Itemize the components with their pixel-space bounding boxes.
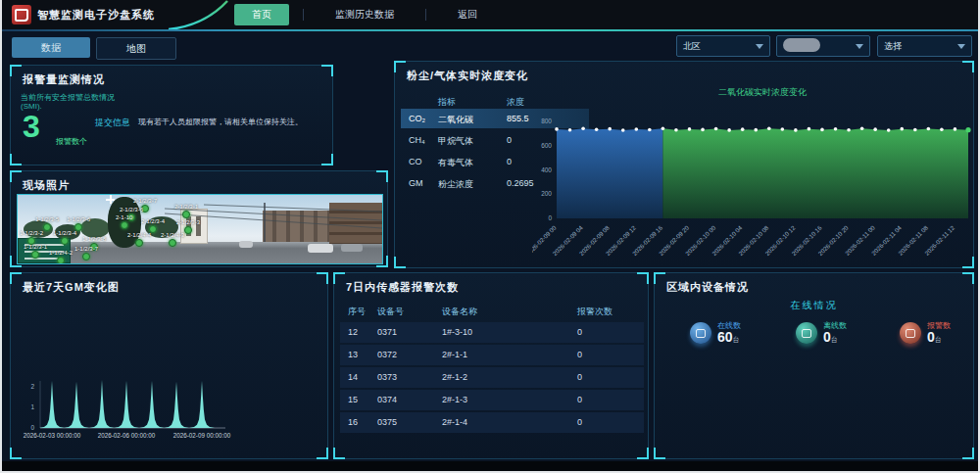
alarm-cell: 0	[577, 395, 582, 404]
tab-back[interactable]: 返回	[440, 4, 495, 25]
gas-cell: 二氧化碳	[438, 114, 473, 126]
alarm-table-row[interactable]: 1403732#-1-20	[340, 367, 644, 388]
alarm-count-unit: 报警数个	[56, 136, 87, 147]
main-nav: 首页 监测历史数据 返回	[234, 0, 495, 29]
alarm-cell: 14	[348, 372, 358, 382]
sensor-dot-icon	[61, 237, 69, 245]
alarm-summary-panel: 报警量监测情况 当前所有安全报警总数情况 (SMI). 3 报警数个 提交信息 …	[10, 65, 333, 166]
device-select-value	[783, 38, 856, 54]
sensor-marker-label: 1-1/2/3-6	[67, 216, 90, 222]
sensor-marker[interactable]: 1-1/2/3-4	[53, 230, 76, 245]
sensor-marker-label: 1-1/2/3-2	[20, 230, 43, 236]
sensor-marker[interactable]: 2-1-10	[116, 214, 132, 229]
app-title: 智慧监测电子沙盘系统	[37, 8, 155, 23]
tab-home[interactable]: 首页	[234, 4, 289, 25]
alarm-cell: 0	[577, 327, 582, 337]
corner-accent	[317, 448, 328, 459]
device-status-panel: 区域内设备情况 在线情况 在线数 60台 离线数 0台 报警数 0台	[654, 272, 974, 459]
alarm-cell: 2#-1-1	[442, 350, 467, 359]
sensor-marker-label: 1-1/2/3-4	[53, 230, 76, 236]
sensor-marker[interactable]: 1-1/2/3-5	[35, 216, 59, 231]
sensor-marker-label: 1-1/2/3-8	[82, 236, 106, 242]
panel-title: 报警量监测情况	[23, 72, 105, 87]
gas-cell: GM	[409, 178, 423, 188]
photo-markers: 2-1/2/3-72-1/2/3-12-1/2/3-62-1-102-1/2/3…	[18, 195, 382, 263]
sensor-marker-label: 2-1/2/4-4	[127, 232, 151, 238]
alarm-cell: 12	[348, 327, 358, 337]
sensor-dot-icon	[169, 239, 176, 247]
alarm-cell: 0372	[377, 350, 397, 359]
region-select[interactable]: 北区	[676, 35, 770, 57]
sensor-marker-label: 2-1-10	[116, 214, 132, 220]
gm-chart[interactable]: 0122026-02-03 00:00:002026-02-06 00:00:0…	[15, 357, 250, 455]
alarm-cell: 2#-1-4	[442, 417, 467, 427]
selected-value-pill	[783, 38, 820, 52]
gas-cell: 粉尘浓度	[438, 178, 473, 191]
sensor-marker[interactable]: 2-1/2/3-1	[174, 204, 198, 218]
co2-chart[interactable]: 二氧化碳实时浓度变化02004006008002026-02-09 002026…	[532, 79, 973, 265]
alarm-cell: 0373	[377, 372, 397, 382]
dashboard-screen: 智慧监测电子沙盘系统 首页 监测历史数据 返回 数据 地图 北区 选择	[0, 0, 980, 473]
site-photo[interactable]: 2-1/2/3-72-1/2/3-12-1/2/3-62-1-102-1/2/3…	[17, 194, 383, 264]
gas-cell: 甲烷气体	[438, 135, 473, 148]
submit-info-link[interactable]: 提交信息	[95, 117, 130, 129]
corner-accent	[962, 448, 974, 459]
gas-cell: 855.5	[507, 114, 529, 123]
header-accent-line	[2, 29, 978, 31]
corner-accent	[962, 272, 974, 284]
stat-offline: 离线数 0台	[796, 320, 847, 346]
corner-accent	[321, 154, 333, 166]
stat-value: 60台	[717, 331, 741, 346]
device-select[interactable]	[776, 35, 870, 57]
alarm-table-row[interactable]: 1603752#-1-40	[340, 412, 644, 433]
corner-accent	[376, 170, 388, 182]
alarm-table-row[interactable]: 1503742#-1-30	[340, 390, 644, 410]
svg-text:0: 0	[30, 424, 34, 431]
alarm-cell: 1#-3-10	[442, 327, 472, 337]
svg-text:1: 1	[30, 403, 34, 410]
svg-text:800: 800	[541, 118, 552, 124]
gas-realtime-panel: 粉尘/气体实时浓度变化 指标 浓度 CO₂二氧化碳855.5CH₄甲烷气体0CO…	[394, 61, 974, 268]
alarm-table-row[interactable]: 1303722#-1-10	[340, 345, 644, 365]
sensor-marker-label: 1-1/2/4-2	[49, 250, 73, 256]
online-status-subtitle: 在线情况	[655, 299, 973, 312]
sensor-marker[interactable]: 1-1/2/3-7	[74, 246, 98, 260]
alarm-cell: 0	[577, 350, 582, 359]
sensor-marker[interactable]: 2-1/2/4-4	[127, 232, 151, 247]
alarm-cell: 0375	[377, 417, 397, 427]
site-photo-panel: 现场照片 2-1/2/3-	[10, 170, 388, 267]
sensor-dot-icon	[184, 226, 192, 234]
sensor-dot-icon	[135, 239, 143, 247]
sensor-marker-label: 2-1/2/3-6	[120, 207, 143, 213]
col-alarm-count: 报警次数	[577, 306, 612, 318]
col-device-no: 设备号	[377, 306, 404, 318]
sensor-dot-icon	[31, 251, 39, 259]
col-device-name: 设备名称	[442, 306, 477, 318]
sensor-marker[interactable]: 1-1/2/3-2	[20, 230, 43, 245]
col-index: 序号	[348, 306, 366, 318]
footer-bar	[2, 461, 978, 473]
sensor-dot-icon	[82, 253, 90, 260]
sensor-marker[interactable]: 2-1/2/3-4	[141, 218, 165, 233]
device-alarm-icon	[900, 322, 921, 344]
svg-text:2026-02-09 00:00:00: 2026-02-09 00:00:00	[173, 432, 231, 439]
sensor-marker[interactable]: 1-1/2/3-1	[24, 244, 47, 259]
gm-trend-panel: 最近7天GM变化图 0122026-02-03 00:00:002026-02-…	[10, 272, 328, 459]
alarm-message: 现有若干人员超限报警，请相关单位保持关注。	[138, 117, 324, 127]
chevron-down-icon	[756, 44, 763, 49]
type-select[interactable]: 选择	[877, 35, 972, 57]
device-offline-icon	[796, 322, 817, 344]
tab-history-data[interactable]: 监测历史数据	[318, 4, 412, 25]
alarm-table-row[interactable]: 1203711#-3-100	[340, 322, 644, 343]
sensor-marker-label: 1-1/2/3-5	[35, 216, 59, 222]
sensor-marker[interactable]: 1-1/2/3-6	[67, 216, 90, 231]
alarm-cell: 13	[348, 350, 358, 359]
corner-accent	[321, 65, 333, 76]
sensor-marker[interactable]: 1-1/2/4-2	[49, 250, 73, 264]
map-view-button[interactable]: 地图	[96, 37, 176, 60]
sensor-marker[interactable]: 2-1/2/4-3	[161, 232, 184, 247]
gas-cell: 0.2695	[507, 178, 534, 188]
svg-text:2026-02-03 00:00:00: 2026-02-03 00:00:00	[24, 432, 81, 439]
data-view-button[interactable]: 数据	[12, 37, 90, 58]
sensor-dot-icon	[121, 221, 128, 229]
